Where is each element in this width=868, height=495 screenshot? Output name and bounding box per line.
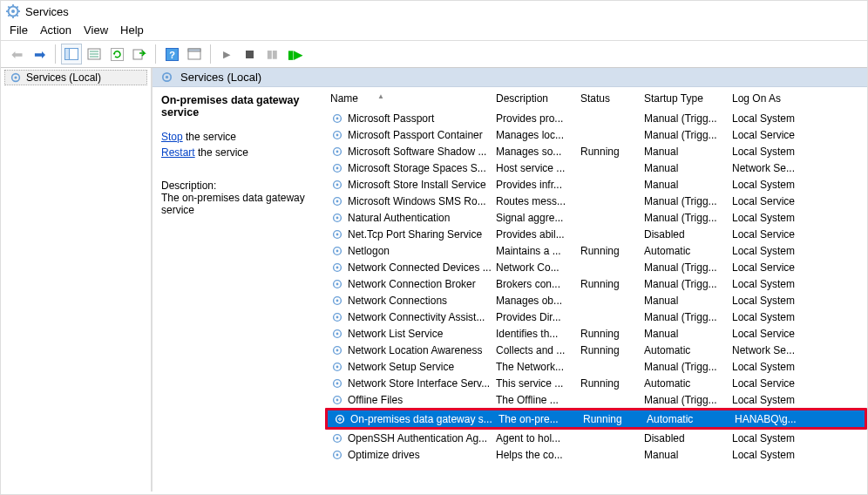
service-row[interactable]: OpenSSH Authentication Ag...Agent to hol… (325, 430, 867, 446)
service-row[interactable]: Network List ServiceIdentifies th...Runn… (325, 325, 867, 342)
service-row[interactable]: Microsoft Windows SMS Ro...Routes mess..… (325, 193, 867, 209)
service-startup: Manual (639, 449, 727, 461)
svg-point-68 (336, 453, 339, 456)
service-description: Signal aggre... (491, 212, 575, 224)
service-logon: Local System (727, 361, 814, 373)
pane-title: Services (Local) (180, 71, 261, 84)
service-startup: Manual (Trigg... (639, 212, 727, 224)
service-description: Agent to hol... (491, 432, 575, 444)
service-logon: Local Service (727, 377, 814, 390)
column-status[interactable]: Status (575, 92, 639, 105)
gear-icon (159, 71, 173, 84)
service-row[interactable]: Optimize drivesHelps the co...ManualLoca… (325, 446, 867, 463)
gear-icon (330, 432, 344, 444)
stop-link[interactable]: Stop (161, 131, 183, 143)
svg-point-40 (336, 216, 339, 219)
menu-file[interactable]: File (10, 24, 28, 37)
tree-root-item[interactable]: Services (Local) (4, 70, 147, 85)
service-row[interactable]: Microsoft Storage Spaces S...Host servic… (325, 159, 867, 176)
service-description: Helps the co... (491, 449, 575, 461)
column-startup[interactable]: Startup Type (639, 92, 727, 105)
service-row[interactable]: Network ConnectionsManages ob...ManualLo… (325, 292, 867, 309)
svg-line-9 (17, 6, 18, 8)
properties-button[interactable] (84, 44, 105, 64)
stop-service-button[interactable] (239, 44, 260, 64)
svg-rect-22 (188, 49, 200, 51)
toolbar: ⬅ ➡ ? ▶ ▮▮ ▮▶ (1, 40, 867, 68)
service-row[interactable]: Network Setup ServiceThe Network...Manua… (325, 358, 867, 375)
gear-icon (330, 295, 344, 307)
gear-icon (330, 394, 344, 406)
svg-point-66 (336, 437, 339, 439)
column-logon[interactable]: Log On As (727, 92, 814, 105)
title-bar: Services (1, 1, 867, 22)
service-startup: Automatic (639, 344, 727, 356)
gear-icon (330, 449, 344, 461)
service-row[interactable]: NetlogonMaintains a ...RunningAutomaticL… (325, 242, 867, 259)
service-description: Provides abil... (491, 228, 575, 241)
show-hide-tree-button[interactable] (61, 44, 82, 64)
column-description[interactable]: Description (491, 92, 575, 105)
window-button[interactable] (184, 44, 205, 64)
service-row[interactable]: Network Connectivity Assist...Provides D… (325, 309, 867, 325)
restart-link[interactable]: Restart (161, 146, 195, 159)
service-name: Optimize drives (348, 449, 420, 461)
refresh-button[interactable] (106, 44, 127, 64)
menu-action[interactable]: Action (40, 24, 71, 37)
service-row[interactable]: Microsoft Software Shadow ...Manages so.… (325, 143, 867, 159)
service-description: The on-pre... (493, 413, 578, 425)
service-logon: Local Service (727, 129, 814, 141)
service-status: Running (575, 278, 639, 290)
service-startup: Manual (Trigg... (639, 261, 727, 274)
gear-icon (330, 195, 344, 207)
right-pane: Services (Local) On-premises data gatewa… (153, 68, 867, 492)
svg-point-1 (11, 10, 15, 13)
gear-icon (330, 361, 344, 373)
column-name[interactable]: Name▲ (325, 92, 491, 105)
forward-button[interactable]: ➡ (29, 44, 50, 64)
service-description: Brokers con... (491, 278, 575, 290)
service-name: Microsoft Passport Container (348, 129, 483, 141)
svg-point-36 (336, 183, 339, 186)
menu-help[interactable]: Help (120, 24, 144, 37)
restart-service-button[interactable]: ▮▶ (284, 44, 305, 64)
service-logon: Local Service (727, 261, 814, 274)
service-startup: Manual (639, 162, 727, 174)
service-row[interactable]: Microsoft PassportProvides pro...Manual … (325, 110, 867, 126)
gear-icon (330, 212, 344, 224)
menu-view[interactable]: View (84, 24, 108, 37)
service-description: The Network... (491, 361, 575, 373)
service-logon: Local System (727, 295, 814, 307)
help-button[interactable]: ? (161, 44, 182, 64)
svg-point-28 (336, 117, 339, 119)
service-row[interactable]: Network Location AwarenessCollects and .… (325, 342, 867, 358)
service-logon: Local System (727, 179, 814, 191)
service-row[interactable]: Network Store Interface Serv...This serv… (325, 375, 867, 391)
service-logon: Local System (727, 245, 814, 257)
export-button[interactable] (129, 44, 150, 64)
service-description: This service ... (491, 377, 575, 390)
gear-icon (330, 311, 344, 323)
service-logon: Local System (727, 278, 814, 290)
service-row[interactable]: Natural AuthenticationSignal aggre...Man… (325, 209, 867, 226)
service-row[interactable]: Network Connection BrokerBrokers con...R… (325, 275, 867, 292)
gear-icon (330, 245, 344, 257)
service-row[interactable]: Offline FilesThe Offline ...Manual (Trig… (325, 391, 867, 408)
svg-point-48 (336, 282, 339, 285)
service-description: The Offline ... (491, 394, 575, 406)
service-row[interactable]: Microsoft Passport ContainerManages loc.… (325, 126, 867, 143)
details-pane: On-premises data gateway service Stop th… (153, 87, 325, 492)
svg-point-50 (336, 299, 339, 302)
svg-point-54 (336, 332, 339, 335)
service-description: Collects and ... (491, 344, 575, 356)
tree-pane: Services (Local) (1, 68, 153, 492)
service-row[interactable]: Network Connected Devices ...Network Co.… (325, 259, 867, 275)
service-row[interactable]: Microsoft Store Install ServiceProvides … (325, 176, 867, 193)
service-row[interactable]: On-premises data gateway s...The on-pre.… (328, 410, 865, 427)
service-row[interactable]: Net.Tcp Port Sharing ServiceProvides abi… (325, 226, 867, 242)
service-name: Microsoft Storage Spaces S... (348, 162, 486, 174)
back-button: ⬅ (6, 44, 27, 64)
list-pane: Name▲ Description Status Startup Type Lo… (325, 87, 867, 492)
service-logon: Local System (727, 449, 814, 461)
service-name: On-premises data gateway s... (350, 413, 492, 425)
